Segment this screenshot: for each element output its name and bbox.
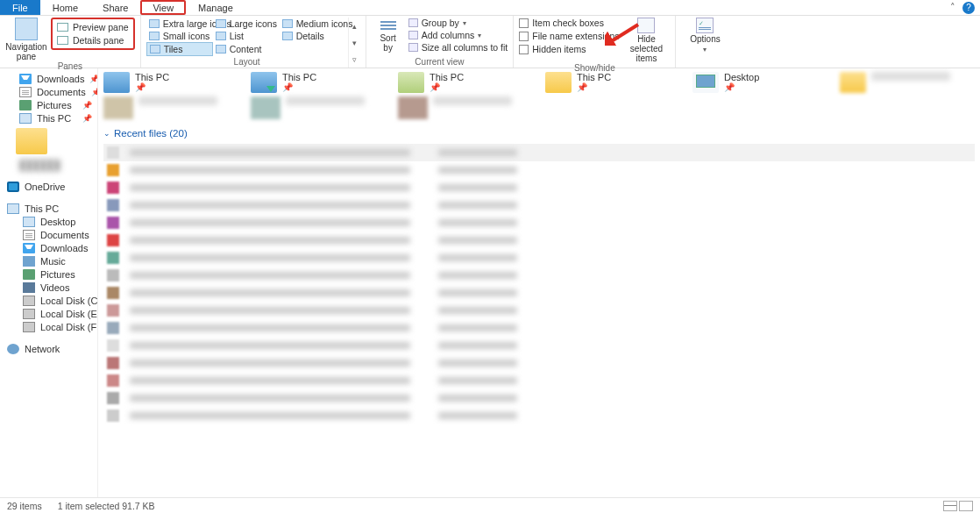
sidebar-item-network[interactable]: Network	[0, 342, 97, 355]
sidebar-item-videos[interactable]: Videos	[0, 281, 97, 294]
sidebar-item-onedrive[interactable]: OneDrive	[0, 180, 97, 193]
sidebar-item-pictures-pc[interactable]: Pictures	[0, 267, 97, 281]
hide-selected-items-button[interactable]: Hide selected items	[622, 18, 670, 63]
tab-manage[interactable]: Manage	[186, 0, 245, 15]
chevron-down-icon[interactable]: ▾	[352, 39, 357, 47]
onedrive-icon	[7, 182, 19, 192]
list-icon	[216, 32, 226, 40]
list-item[interactable]	[103, 354, 975, 372]
tab-view[interactable]: View	[140, 0, 186, 15]
folder-thispc-2[interactable]: This PC📌	[251, 72, 382, 93]
thumbnails-view-toggle[interactable]	[959, 501, 973, 511]
sidebar-folder-large[interactable]	[16, 128, 47, 154]
list-item[interactable]	[103, 249, 975, 267]
recent-files-list	[103, 144, 975, 424]
list-item[interactable]	[103, 144, 975, 161]
status-item-count: 29 items	[7, 501, 42, 511]
content-pane: This PC📌 This PC📌 This PC📌 This PC📌 Desk…	[98, 68, 980, 497]
list-item[interactable]	[103, 232, 975, 249]
details-pane-button[interactable]: Details pane	[57, 35, 129, 46]
size-all-columns-button[interactable]: Size all columns to fit	[408, 42, 508, 53]
details-view-toggle[interactable]	[943, 501, 957, 511]
layout-scroller[interactable]: ▴ ▾ ▿	[348, 18, 360, 68]
add-columns-button[interactable]: Add columns ▾	[408, 30, 508, 40]
sidebar-item-downloads-pc[interactable]: Downloads	[0, 241, 97, 254]
sidebar-item-documents-pc[interactable]: Documents	[0, 228, 97, 241]
list-item[interactable]	[103, 319, 975, 337]
layout-content[interactable]: Content	[213, 42, 280, 56]
hidden-items-toggle[interactable]: Hidden items	[519, 44, 619, 54]
tab-share[interactable]: Share	[90, 0, 140, 15]
list-item[interactable]	[103, 389, 975, 407]
sidebar-item-documents[interactable]: Documents📌	[0, 85, 97, 98]
layout-large-icons[interactable]: Large icons	[213, 18, 280, 30]
list-item[interactable]	[103, 302, 975, 319]
file-meta-blurred	[438, 149, 517, 156]
folder-blurred[interactable]	[398, 96, 529, 119]
folder-thispc-1[interactable]: This PC📌	[103, 72, 235, 93]
hide-selected-icon	[637, 18, 655, 33]
sidebar-item-pictures[interactable]: Pictures📌	[0, 98, 97, 111]
list-item[interactable]	[103, 372, 975, 389]
options-icon: ✓	[696, 18, 714, 33]
folder-desktop[interactable]: Desktop📌	[692, 72, 824, 93]
sidebar-item-disk-c[interactable]: Local Disk (C:)	[0, 294, 97, 307]
pin-icon: 📌	[135, 82, 169, 92]
preview-pane-button[interactable]: Preview pane	[57, 22, 129, 32]
folder-blurred[interactable]	[251, 96, 382, 119]
list-item[interactable]	[103, 161, 975, 179]
layout-details[interactable]: Details	[280, 30, 346, 42]
large-icons-icon	[216, 19, 226, 28]
tab-home[interactable]: Home	[40, 0, 90, 15]
sidebar-item-disk-e[interactable]: Local Disk (E:)	[0, 307, 97, 320]
chevron-down-icon[interactable]: ▾	[703, 46, 707, 53]
layout-list[interactable]: List	[213, 30, 280, 42]
file-name-blurred	[130, 395, 410, 402]
file-name-extensions-toggle[interactable]: File name extensions	[519, 31, 619, 41]
navigation-pane-button[interactable]: Navigation pane	[5, 18, 47, 61]
file-name-blurred	[130, 254, 410, 261]
layout-small-icons[interactable]: Small icons	[146, 30, 213, 42]
folder-blurred[interactable]	[840, 72, 971, 93]
chevron-down-icon: ▾	[463, 19, 466, 27]
pin-icon: 📌	[82, 114, 92, 123]
expand-icon[interactable]: ▿	[352, 55, 357, 64]
list-item[interactable]	[103, 196, 975, 214]
sidebar-item-thispc-quick[interactable]: This PC📌	[0, 111, 97, 125]
file-meta-blurred	[438, 289, 517, 296]
sidebar-item-this-pc[interactable]: This PC	[0, 202, 97, 215]
options-button[interactable]: ✓ Options▾	[681, 18, 728, 54]
sidebar-item-music[interactable]: Music	[0, 254, 97, 267]
list-item[interactable]	[103, 214, 975, 232]
ribbon-group-options: ✓ Options▾	[676, 16, 734, 68]
list-item[interactable]	[103, 179, 975, 196]
layout-medium-icons[interactable]: Medium icons	[280, 18, 346, 30]
folder-blurred[interactable]	[103, 96, 235, 119]
list-item[interactable]	[103, 337, 975, 354]
group-by-button[interactable]: Group by ▾	[408, 18, 508, 28]
ribbon-group-current-view: Sort by Group by ▾ Add columns ▾ Size al…	[366, 16, 515, 68]
tab-file[interactable]: File	[0, 0, 40, 15]
minimize-ribbon-icon[interactable]: ˄	[947, 2, 959, 14]
ribbon-group-panes: Navigation pane Preview pane Details pan…	[0, 16, 141, 68]
sidebar-item-desktop[interactable]: Desktop	[0, 215, 97, 228]
sidebar-item-blurred[interactable]: ██████	[0, 158, 97, 171]
chevron-up-icon[interactable]: ▴	[352, 22, 357, 31]
list-item[interactable]	[103, 284, 975, 302]
folder-icon	[398, 72, 424, 93]
layout-tiles[interactable]: Tiles	[146, 42, 213, 56]
sidebar-item-disk-f[interactable]: Local Disk (F:)	[0, 320, 97, 333]
item-check-boxes-toggle[interactable]: Item check boxes	[519, 18, 619, 28]
sort-by-button[interactable]: Sort by	[372, 18, 405, 53]
desktop-icon	[692, 72, 719, 93]
recent-files-header[interactable]: ⌄ Recent files (20)	[103, 128, 975, 139]
hidden-items-label: Hidden items	[532, 44, 586, 54]
sidebar-item-downloads[interactable]: Downloads📌	[0, 72, 97, 85]
layout-extra-large-icons[interactable]: Extra large icons	[146, 18, 213, 30]
list-item[interactable]	[103, 267, 975, 284]
list-item[interactable]	[103, 407, 975, 424]
help-icon[interactable]: ?	[962, 2, 975, 14]
file-meta-blurred	[438, 412, 517, 419]
folder-thispc-4[interactable]: This PC📌	[545, 72, 677, 93]
folder-thispc-3[interactable]: This PC📌	[398, 72, 529, 93]
